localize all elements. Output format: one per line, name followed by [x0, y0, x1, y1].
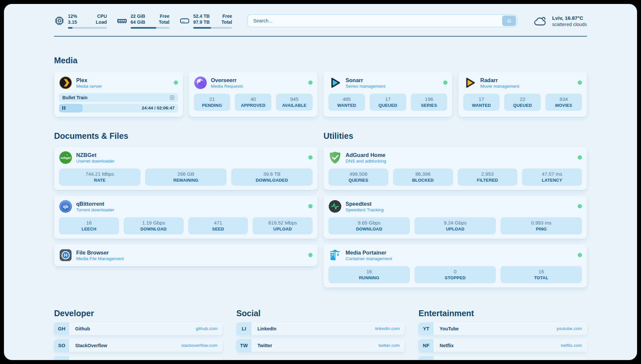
- bookmark-url: dev.to: [206, 360, 218, 360]
- ram-label-2: Total: [155, 19, 169, 25]
- cpu-progress-track: [68, 27, 107, 29]
- app-subtitle: DNS and adblocking: [346, 159, 386, 164]
- stat-value: 40: [236, 96, 270, 102]
- stat-label: QUERIES: [330, 178, 387, 183]
- speedtest-card[interactable]: Speedtest Speedtest Tracking 9.65 Gbps D…: [323, 196, 587, 239]
- sonarr-icon: [328, 76, 342, 89]
- weather-location: Lviv, 16.87°C: [552, 15, 587, 22]
- ram-widget: 22 GiB 64 GiB Free Total: [117, 13, 169, 29]
- overseerr-card[interactable]: Overseerr Media Requests 21 PENDING 40 A…: [189, 72, 318, 117]
- adguard-icon: [328, 151, 342, 164]
- plex-card[interactable]: Plex Media server Bullet Train: [54, 72, 183, 117]
- stat-label: TOTAL: [502, 275, 581, 280]
- search-input[interactable]: [247, 14, 517, 27]
- portainer-icon: [328, 249, 342, 262]
- stat-rate: 744.21 Mbps RATE: [59, 168, 140, 186]
- stat-running: 16 RUNNING: [328, 266, 410, 283]
- app-subtitle: Media Requests: [211, 84, 243, 89]
- stat-label: DOWNLOADED: [232, 178, 311, 183]
- disk-free: 52.4 TB: [193, 13, 210, 19]
- bookmark-abbr: DT: [54, 356, 69, 360]
- disk-icon: [179, 15, 190, 26]
- stat-label: QUEUED: [371, 103, 405, 108]
- bookmark-name: DEV: [75, 360, 85, 360]
- stat-value: 0.993 ms: [502, 220, 581, 226]
- stat-pending: 21 PENDING: [194, 94, 230, 111]
- status-dot: [308, 204, 313, 208]
- stat-total: 16 TOTAL: [501, 266, 582, 283]
- bookmark-dev[interactable]: DT DEV dev.to: [54, 356, 223, 360]
- section-title-utilities: Utilities: [323, 131, 587, 141]
- stat-value: 16: [502, 269, 581, 274]
- cpu-label-2: Load: [92, 19, 107, 25]
- stat-value: 86,396: [394, 171, 452, 177]
- section-title-documents: Documents & Files: [54, 131, 318, 141]
- bookmark-group-social: Social LI LinkedIn linkedin.com TW Twitt…: [236, 309, 405, 360]
- search-provider-button[interactable]: G: [502, 15, 516, 26]
- stat-label: SEED: [190, 227, 247, 231]
- stat-wanted: 485 WANTED: [328, 94, 365, 111]
- ram-progress-fill: [131, 27, 156, 29]
- filebrowser-card[interactable]: File Browser Media File Management: [54, 244, 318, 266]
- bookmark-abbr: RE: [418, 356, 434, 360]
- bookmark-twitter[interactable]: TW Twitter twitter.com: [236, 339, 405, 352]
- stat-value: 1.19 Gbps: [125, 220, 182, 226]
- stat-value: 39.6 TB: [232, 171, 311, 177]
- app-title: Radarr: [480, 77, 520, 84]
- bookmark-netflix[interactable]: NF Netflix netflix.com: [418, 339, 587, 352]
- stat-value: 22: [505, 96, 539, 102]
- stat-remaining: 266 GB REMAINING: [145, 168, 227, 186]
- bookmark-reddit[interactable]: RE Reddit reddit.com: [418, 356, 587, 360]
- bookmark-url: github.com: [196, 326, 218, 331]
- stat-ping: 0.993 ms PING: [501, 217, 582, 234]
- now-playing-row: Bullet Train: [59, 93, 178, 102]
- bookmark-url: youtube.com: [557, 326, 582, 331]
- stat-value: 471: [190, 220, 247, 226]
- bookmark-github[interactable]: GH Github github.com: [54, 322, 223, 335]
- bookmark-url: reddit.com: [561, 360, 582, 360]
- middle-grid: Documents & Files nzbget NZBGe: [54, 131, 587, 288]
- window-frame: 12% 3.15 CPU Load: [0, 0, 641, 364]
- bookmark-name: Netflix: [440, 343, 454, 348]
- stat-label: LATENCY: [523, 178, 581, 183]
- stat-label: WANTED: [465, 103, 499, 108]
- dashboard-panel: 12% 3.15 CPU Load: [4, 4, 637, 360]
- app-subtitle: Torrent downloader: [76, 207, 114, 212]
- bookmark-youtube[interactable]: YT YouTube youtube.com: [418, 322, 587, 335]
- adguard-card[interactable]: AdGuard Home DNS and adblocking 498,508 …: [323, 147, 587, 190]
- stat-label: FILTERED: [459, 178, 516, 183]
- stat-value: 16: [60, 220, 118, 226]
- disk-widget: 52.4 TB 97.9 TB Free Total: [179, 13, 232, 29]
- cpu-progress-fill: [68, 27, 73, 29]
- app-title: Media Portainer: [346, 249, 392, 256]
- stat-upload: 9.24 Gbps UPLOAD: [414, 217, 496, 234]
- nzbget-icon: nzbget: [59, 151, 72, 164]
- bookmark-stackoverflow[interactable]: SO StackOverflow stackoverflow.com: [54, 339, 223, 352]
- nzbget-card[interactable]: nzbget NZBGet Usenet downloader 744.21: [54, 147, 318, 190]
- qbittorrent-card[interactable]: qb qBittorrent Torrent downloader 16 LEE…: [54, 196, 318, 239]
- playback-progress-bar[interactable]: 24:44 / 02:06:47: [59, 104, 178, 112]
- stat-label: BLOCKED: [394, 178, 452, 183]
- stat-value: 834: [547, 96, 581, 102]
- media-grid: Plex Media server Bullet Train: [54, 72, 587, 117]
- stat-label: UPLOAD: [254, 227, 311, 231]
- bookmark-abbr: SO: [54, 339, 69, 352]
- radarr-card[interactable]: Radarr Movie management 17 WANTED 22 QUE…: [458, 72, 587, 117]
- playback-session-icon[interactable]: [169, 95, 175, 100]
- cpu-label-1: CPU: [92, 13, 107, 19]
- filebrowser-icon: [59, 249, 72, 262]
- playback-played-chunk[interactable]: [59, 104, 83, 112]
- stat-value: 266 GB: [146, 171, 225, 177]
- stat-value: 0: [416, 269, 495, 274]
- bookmark-name: Reddit: [440, 360, 454, 360]
- plex-icon: [59, 76, 72, 89]
- app-subtitle: Usenet downloader: [76, 159, 114, 164]
- portainer-card[interactable]: Media Portainer Container management 16 …: [323, 244, 587, 288]
- stat-value: 744.21 Mbps: [60, 171, 139, 177]
- status-dot: [578, 204, 582, 208]
- sonarr-card[interactable]: Sonarr Series management 485 WANTED 17 Q…: [323, 72, 452, 117]
- stat-upload: 618.52 Mbps UPLOAD: [253, 217, 313, 234]
- status-dot: [308, 80, 313, 85]
- section-title-entertainment: Entertainment: [418, 309, 587, 318]
- bookmark-linkedin[interactable]: LI LinkedIn linkedin.com: [236, 322, 405, 335]
